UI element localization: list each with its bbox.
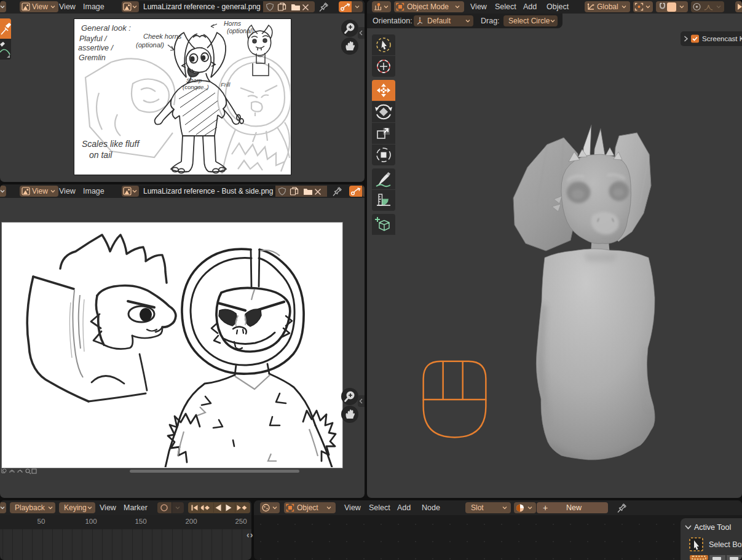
svg-text:on tail: on tail (89, 150, 112, 160)
svg-text:Active Tool: Active Tool (694, 523, 731, 532)
svg-text:Frill: Frill (221, 81, 231, 88)
svg-text:(optional): (optional) (136, 41, 164, 49)
svg-text:assertive /: assertive / (78, 44, 114, 52)
svg-text:(conque..): (conque..) (183, 84, 209, 90)
svg-text:General look :: General look : (81, 23, 131, 33)
svg-text:Gremlin: Gremlin (79, 53, 106, 62)
svg-text:Horns: Horns (224, 20, 242, 27)
svg-text:Cheek horns: Cheek horns (143, 33, 182, 40)
svg-text:Select Box: Select Box (709, 540, 742, 549)
svg-text:Playful /: Playful / (79, 34, 108, 43)
svg-text:Scales like fluff: Scales like fluff (82, 139, 140, 149)
svg-text:(optional): (optional) (227, 27, 254, 34)
